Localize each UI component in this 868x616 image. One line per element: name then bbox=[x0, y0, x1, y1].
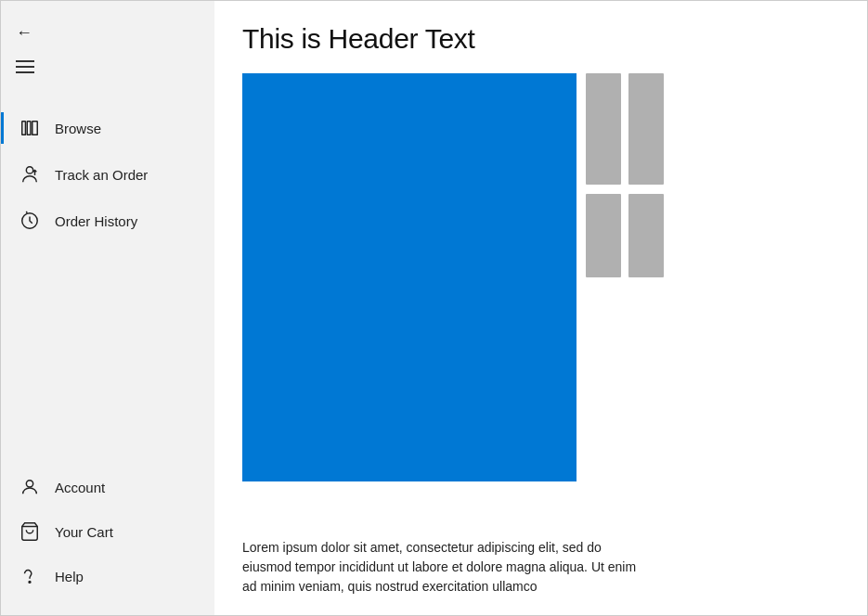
browse-icon bbox=[19, 118, 40, 138]
back-button[interactable]: ← bbox=[16, 18, 45, 47]
thumb-row-top bbox=[586, 73, 664, 185]
sidebar-item-browse[interactable]: Browse bbox=[1, 105, 214, 151]
thumbnail-3 bbox=[586, 194, 621, 277]
thumbnail-1 bbox=[586, 73, 621, 185]
hamburger-line-2 bbox=[16, 66, 34, 68]
hamburger-line-1 bbox=[16, 60, 34, 62]
svg-rect-1 bbox=[27, 122, 31, 135]
back-icon: ← bbox=[16, 23, 32, 43]
svg-rect-2 bbox=[32, 122, 38, 135]
sidebar-item-order-history[interactable]: Order History bbox=[1, 198, 214, 244]
sidebar-item-account[interactable]: Account bbox=[1, 465, 214, 509]
sidebar-bottom: Account Your Cart Help bbox=[1, 456, 214, 616]
side-thumbnails bbox=[586, 73, 664, 525]
cart-icon bbox=[19, 521, 40, 542]
svg-line-6 bbox=[26, 212, 27, 213]
sidebar-item-account-label: Account bbox=[55, 480, 105, 495]
sidebar-item-cart-label: Your Cart bbox=[55, 524, 113, 540]
sidebar-item-help-label: Help bbox=[55, 569, 84, 584]
sidebar-item-track-order[interactable]: Track an Order bbox=[1, 151, 214, 198]
account-icon bbox=[19, 477, 40, 497]
svg-point-7 bbox=[26, 481, 32, 487]
description-text: Lorem ipsum dolor sit amet, consectetur … bbox=[242, 538, 651, 597]
sidebar-item-cart[interactable]: Your Cart bbox=[1, 509, 214, 554]
main-image bbox=[242, 73, 577, 481]
track-order-icon bbox=[19, 164, 40, 185]
sidebar: ← Browse bbox=[1, 1, 214, 616]
order-history-icon bbox=[19, 211, 40, 231]
sidebar-top: ← bbox=[1, 1, 214, 105]
svg-rect-0 bbox=[22, 122, 26, 135]
svg-point-3 bbox=[26, 167, 32, 173]
hamburger-line-3 bbox=[16, 71, 34, 73]
thumbnail-2 bbox=[628, 73, 664, 185]
thumbnail-4 bbox=[628, 194, 664, 277]
content-area bbox=[242, 73, 839, 525]
sidebar-item-order-history-label: Order History bbox=[55, 213, 137, 229]
sidebar-item-browse-label: Browse bbox=[55, 121, 101, 136]
hamburger-button[interactable] bbox=[16, 60, 38, 73]
sidebar-item-help[interactable]: Help bbox=[1, 554, 214, 598]
nav-section: Browse Track an Order bbox=[1, 105, 214, 456]
main-content: This is Header Text Lorem ipsum dolor si… bbox=[214, 1, 867, 615]
sidebar-item-track-order-label: Track an Order bbox=[55, 167, 148, 183]
help-icon bbox=[19, 566, 40, 586]
thumb-row-bottom bbox=[586, 194, 664, 277]
page-title: This is Header Text bbox=[242, 23, 839, 55]
svg-point-9 bbox=[29, 582, 31, 584]
